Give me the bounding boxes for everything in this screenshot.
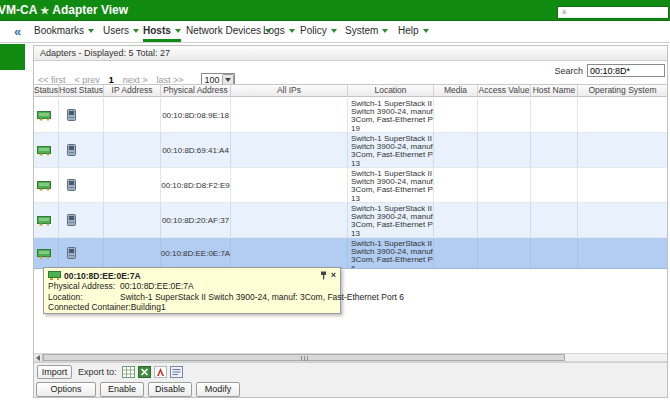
cell-physical-address: 00:10:8D:69:41:A4: [161, 133, 231, 167]
page-title: VM-CA★Adapter View: [0, 3, 128, 17]
adapter-detail-tooltip: 00:10:8D:EE:0E:7A × Physical Address: 00…: [43, 267, 341, 314]
chevron-down-icon: [382, 29, 388, 33]
cell-physical-address: 00:10:8D:D8:F2:E9: [161, 168, 231, 202]
table-search: Search: [554, 64, 665, 77]
menu-network-devices[interactable]: Network Devices: [186, 21, 271, 42]
collapse-sidebar-icon[interactable]: «: [14, 21, 21, 42]
table-row[interactable]: 00:10:8D:69:41:A4 Switch-1 SuperStack II…: [34, 133, 667, 168]
col-status[interactable]: Status: [34, 85, 59, 96]
host-status-icon: [67, 109, 76, 121]
view-title: Adapter View: [52, 3, 128, 17]
menu-hosts[interactable]: Hosts: [143, 21, 181, 42]
host-status-icon: [67, 247, 76, 259]
host-status-icon: [67, 214, 76, 226]
adapter-icon: [48, 271, 61, 280]
tooltip-field: Location: Switch-1 SuperStack II Switch …: [48, 292, 336, 303]
rtf-export-icon[interactable]: [170, 366, 183, 378]
scrollbar-grip-icon: [301, 356, 308, 361]
col-operating-system[interactable]: Operating System: [578, 85, 667, 96]
col-host-name[interactable]: Host Name: [531, 85, 578, 96]
adapters-panel: Adapters - Displayed: 5 Total: 27 << fir…: [33, 45, 668, 398]
adapter-status-icon: [37, 180, 52, 191]
table-row[interactable]: 00:10:8D:D8:F2:E9 Switch-1 SuperStack II…: [34, 168, 667, 203]
import-button[interactable]: Import: [37, 365, 72, 379]
chevron-down-icon: [331, 29, 337, 33]
disable-button[interactable]: Disable: [148, 382, 192, 397]
cell-physical-address: 00:10:8D:EE:0E:7A: [161, 238, 231, 268]
scrollbar-thumb[interactable]: [43, 354, 565, 361]
chevron-down-icon: [423, 29, 429, 33]
adapter-status-icon: [37, 215, 52, 226]
action-buttons: Options Enable Disable Modify: [36, 382, 240, 397]
host-status-icon: [67, 179, 76, 191]
search-input[interactable]: [587, 64, 665, 77]
global-search-input[interactable]: [570, 7, 668, 18]
menu-policy[interactable]: Policy: [300, 21, 337, 42]
cell-location: Switch-1 SuperStack IISwitch 3900-24, ma…: [348, 168, 434, 202]
col-all-ips[interactable]: All IPs: [231, 85, 348, 96]
col-host-status[interactable]: Host Status: [59, 85, 104, 96]
tooltip-header: 00:10:8D:EE:0E:7A ×: [48, 270, 336, 281]
cell-physical-address: 00:10:8D:08:9E:18: [161, 98, 231, 132]
cell-location: Switch-1 SuperStack IISwitch 3900-24, ma…: [348, 203, 434, 237]
host-status-icon: [67, 144, 76, 156]
search-clear-icon[interactable]: ✳: [558, 9, 570, 17]
tooltip-field: Physical Address: 00:10:8D:EE:0E:7A: [48, 281, 336, 292]
adapter-status-icon: [37, 110, 52, 121]
col-ip-address[interactable]: IP Address: [104, 85, 161, 96]
search-label: Search: [554, 66, 583, 76]
excel-export-icon[interactable]: [138, 366, 151, 378]
panel-header: Adapters - Displayed: 5 Total: 27: [34, 46, 667, 61]
menu-bookmarks[interactable]: Bookmarks: [34, 21, 94, 42]
tooltip-title: 00:10:8D:EE:0E:7A: [64, 271, 320, 281]
adapter-status-icon: [37, 248, 52, 259]
adapter-status-icon: [37, 145, 52, 156]
panel-footer: Import Export to: Options Enable Disable…: [34, 362, 667, 397]
csv-export-icon[interactable]: [122, 366, 135, 378]
menu-system[interactable]: System: [345, 21, 388, 42]
pdf-export-icon[interactable]: [154, 366, 167, 378]
cell-physical-address: 00:10:8D:20:AF:37: [161, 203, 231, 237]
tooltip-field: Connected Container: Building1: [48, 302, 336, 313]
col-physical-address[interactable]: Physical Address: [161, 85, 231, 96]
title-bar: VM-CA★Adapter View ✳: [0, 0, 670, 21]
table-row[interactable]: 00:10:8D:20:AF:37 Switch-1 SuperStack II…: [34, 203, 667, 238]
export-icons: [122, 366, 183, 378]
cell-location: Switch-1 SuperStack IISwitch 3900-24, ma…: [348, 133, 434, 167]
pin-icon[interactable]: [320, 271, 327, 280]
menu-help[interactable]: Help: [398, 21, 429, 42]
chevron-down-icon: [88, 29, 94, 33]
table-body: 00:10:8D:08:9E:18 Switch-1 SuperStack II…: [34, 98, 667, 269]
menu-users[interactable]: Users: [103, 21, 139, 42]
modify-button[interactable]: Modify: [196, 382, 240, 397]
collapsed-side-panel-tab[interactable]: [0, 44, 25, 70]
scroll-left-arrow-icon[interactable]: [34, 354, 43, 361]
global-search-box[interactable]: ✳: [557, 6, 669, 19]
enable-button[interactable]: Enable: [100, 382, 144, 397]
col-location[interactable]: Location: [348, 85, 434, 96]
chevron-down-icon: [289, 29, 295, 33]
menu-logs[interactable]: Logs: [263, 21, 295, 42]
col-access-value[interactable]: Access Value: [478, 85, 531, 96]
cell-location: Switch-1 SuperStack IISwitch 3900-24, ma…: [348, 238, 434, 268]
close-icon[interactable]: ×: [331, 271, 336, 280]
table-row[interactable]: 00:10:8D:08:9E:18 Switch-1 SuperStack II…: [34, 98, 667, 133]
table-header: Status Host Status IP Address Physical A…: [34, 84, 667, 97]
export-to-label: Export to:: [78, 367, 117, 377]
adapter-view-window: VM-CA★Adapter View ✳ « Bookmarks Users H…: [0, 0, 670, 400]
options-button[interactable]: Options: [36, 382, 96, 397]
chevron-down-icon: [133, 29, 139, 33]
chevron-down-icon: [175, 29, 181, 33]
col-media[interactable]: Media: [434, 85, 478, 96]
favorite-star-icon[interactable]: ★: [37, 5, 52, 16]
horizontal-scrollbar[interactable]: [34, 353, 667, 362]
product-name: VM-CA: [0, 3, 37, 17]
menu-bar: « Bookmarks Users Hosts Network Devices …: [0, 21, 670, 43]
cell-location: Switch-1 SuperStack IISwitch 3900-24, ma…: [348, 98, 434, 132]
table-row-selected[interactable]: 00:10:8D:EE:0E:7A Switch-1 SuperStack II…: [34, 238, 667, 269]
